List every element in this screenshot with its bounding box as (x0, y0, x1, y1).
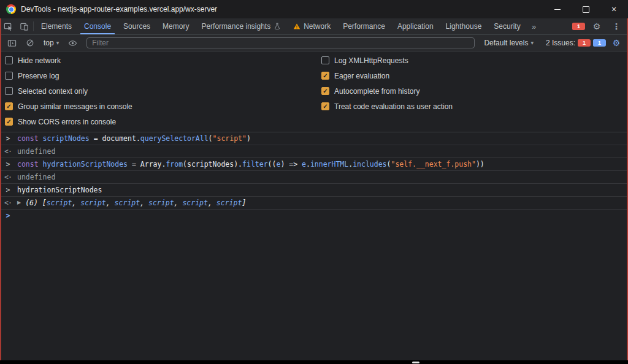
console-input-row: >const hydrationScriptNodes = Array.from… (0, 158, 628, 171)
minimize-button[interactable] (543, 0, 572, 18)
settings-right-column: Log XMLHttpRequests✓Eager evaluation✓Aut… (316, 53, 453, 129)
console-toolbar: top ▾ Filter Default levels ▾ 2 Issues: … (0, 35, 628, 51)
setting-hide-network[interactable]: Hide network (0, 53, 316, 68)
window-title: DevTools - nextjs-app-router-examples.ve… (21, 5, 217, 13)
device-toolbar-icon[interactable] (16, 18, 32, 34)
setting-show-cors-errors-in-console[interactable]: ✓Show CORS errors in console (0, 114, 316, 129)
javascript-context-selector[interactable]: top ▾ (40, 39, 62, 47)
console-line-text: const scriptNodes = document.querySelect… (17, 134, 251, 143)
checkbox[interactable] (321, 56, 329, 64)
expand-triangle-icon[interactable]: ▶ (17, 200, 21, 205)
filter-input[interactable]: Filter (86, 37, 475, 48)
console-line-text: hydrationScriptNodes (17, 186, 102, 194)
filter-placeholder: Filter (92, 39, 109, 47)
tab-label: Performance (343, 22, 385, 31)
chevron-down-icon: ▾ (56, 40, 59, 46)
console-result-row: <·undefined (0, 145, 628, 158)
tab-label: Security (494, 22, 520, 31)
setting-label: Group similar messages in console (18, 102, 132, 111)
issues-error-badge[interactable]: 1 (578, 39, 591, 47)
console-result-arrow-icon: <· (4, 147, 12, 156)
tab-label: Performance insights (201, 22, 270, 31)
console-result-arrow-icon: <· (4, 173, 12, 181)
tab-label: Elements (41, 22, 72, 31)
console-line-text: undefined (17, 147, 55, 156)
setting-treat-code-evaluation-as-user-action[interactable]: ✓Treat code evaluation as user action (316, 99, 453, 114)
checkbox[interactable]: ✓ (5, 118, 13, 126)
console-input-chevron-icon: > (4, 160, 12, 169)
setting-label: Selected context only (18, 87, 88, 96)
tab-memory[interactable]: Memory (156, 18, 195, 34)
setting-label: Hide network (18, 56, 61, 65)
console-sidebar-toggle-icon[interactable] (4, 39, 20, 48)
devtools-settings-gear-icon[interactable]: ⚙ (589, 21, 605, 31)
checkbox[interactable]: ✓ (321, 72, 329, 80)
checkbox[interactable]: ✓ (321, 87, 329, 95)
setting-label: Autocomplete from history (334, 87, 419, 96)
close-button[interactable]: × (600, 0, 628, 18)
chrome-logo-icon (6, 4, 16, 14)
devtools-window: DevTools - nextjs-app-router-examples.ve… (0, 0, 628, 364)
setting-label: Show CORS errors in console (18, 118, 116, 126)
setting-autocomplete-from-history[interactable]: ✓Autocomplete from history (316, 83, 453, 99)
tab-network[interactable]: Network (287, 18, 337, 34)
tab-label: Console (84, 22, 111, 31)
console-result-arrow-icon: <· (4, 199, 12, 207)
window-titlebar: DevTools - nextjs-app-router-examples.ve… (0, 0, 628, 18)
tab-sources[interactable]: Sources (117, 18, 156, 34)
tab-elements[interactable]: Elements (35, 18, 78, 34)
console-prompt-row[interactable]: > (0, 210, 628, 222)
checkbox[interactable]: ✓ (5, 102, 13, 110)
background-sliver (412, 362, 419, 363)
tab-lighthouse[interactable]: Lighthouse (440, 18, 488, 34)
more-tabs-chevron-icon[interactable]: » (527, 18, 542, 34)
console-input-row: >const scriptNodes = document.querySelec… (0, 132, 628, 145)
console-input-chevron-icon: > (4, 186, 12, 194)
settings-left-column: Hide networkPreserve logSelected context… (0, 53, 316, 129)
checkbox[interactable] (5, 56, 13, 64)
checkbox[interactable]: ✓ (321, 102, 329, 110)
error-count-badge[interactable]: 1 (572, 23, 585, 30)
setting-preserve-log[interactable]: Preserve log (0, 68, 316, 83)
setting-log-xmlhttprequests[interactable]: Log XMLHttpRequests (316, 53, 453, 68)
issues-label: 2 Issues: (546, 39, 575, 47)
tab-performance[interactable]: Performance (337, 18, 391, 34)
tab-application[interactable]: Application (391, 18, 440, 34)
setting-selected-context-only[interactable]: Selected context only (0, 83, 316, 99)
console-settings-pane: Hide networkPreserve logSelected context… (0, 51, 628, 132)
tab-label: Lighthouse (446, 22, 482, 31)
console-line-text: (6) [script, script, script, script, scr… (25, 199, 246, 207)
minimize-icon (554, 9, 561, 10)
setting-label: Treat code evaluation as user action (334, 102, 453, 111)
tab-console[interactable]: Console (78, 18, 117, 34)
context-value: top (44, 39, 54, 47)
devtools-menu-dots-icon[interactable]: ⋮ (608, 21, 624, 31)
tab-performance-insights[interactable]: Performance insights (195, 18, 287, 34)
console-settings-gear-icon[interactable]: ⚙ (608, 38, 624, 48)
log-level-selector[interactable]: Default levels ▾ (481, 39, 537, 47)
flask-icon (274, 23, 281, 30)
live-expression-eye-icon[interactable] (64, 39, 80, 48)
checkbox[interactable] (5, 72, 13, 80)
setting-eager-evaluation[interactable]: ✓Eager evaluation (316, 68, 453, 83)
setting-label: Log XMLHttpRequests (334, 56, 408, 65)
checkbox[interactable] (5, 87, 13, 95)
maximize-button[interactable] (572, 0, 600, 18)
background-bottom-strip (0, 360, 628, 364)
chevron-down-icon: ▾ (530, 40, 534, 46)
setting-label: Eager evaluation (334, 72, 389, 80)
issues-info-badge[interactable]: 1 (593, 39, 606, 47)
inspect-element-icon[interactable] (0, 18, 16, 34)
setting-group-similar-messages-in-console[interactable]: ✓Group similar messages in console (0, 99, 316, 114)
tabbar-right-controls: 1 ⚙ ⋮ (572, 18, 628, 34)
tab-security[interactable]: Security (488, 18, 526, 34)
console-input-row: >hydrationScriptNodes (0, 184, 628, 197)
console-input-chevron-icon: > (4, 134, 12, 143)
clear-console-icon[interactable] (22, 39, 38, 47)
screen-edge-left (0, 18, 1, 364)
warning-icon (293, 23, 301, 30)
setting-label: Preserve log (18, 72, 59, 80)
log-level-value: Default levels (484, 39, 528, 47)
console-output[interactable]: >const scriptNodes = document.querySelec… (0, 132, 628, 222)
tab-label: Network (304, 22, 331, 31)
